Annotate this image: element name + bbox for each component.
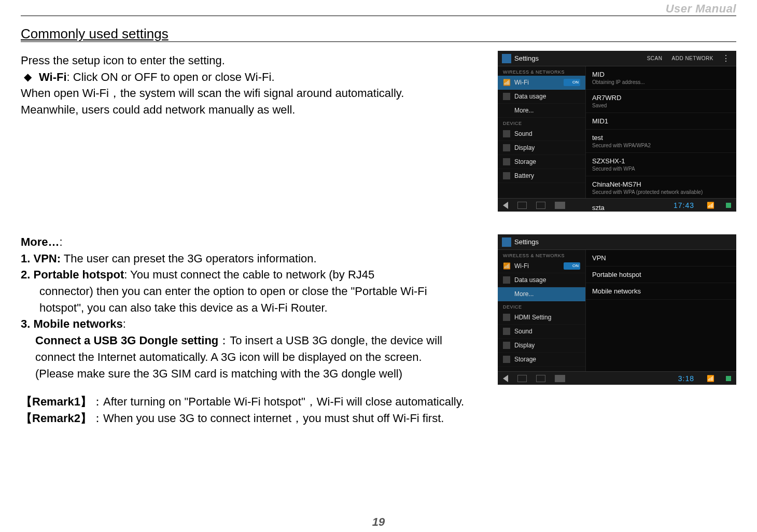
- overflow-icon[interactable]: ⋮: [720, 53, 732, 63]
- recent-icon[interactable]: [536, 202, 545, 209]
- volume-icon[interactable]: [555, 375, 565, 382]
- sidebar-label-battery: Battery: [514, 172, 534, 179]
- sidebar-label-sound: Sound: [514, 328, 532, 335]
- network-row[interactable]: SZXSHX-1Secured with WPA: [586, 153, 736, 176]
- network-row[interactable]: ChinaNet-MS7HSecured with WPA (protected…: [586, 176, 736, 200]
- scan-button[interactable]: SCAN: [644, 55, 666, 61]
- bullet-icon: ◆: [21, 69, 32, 84]
- line-add-network: Meanwhile, users could add network manua…: [21, 102, 446, 118]
- battery-status-icon: [726, 203, 731, 208]
- shot2-navbar: 3:18 📶: [498, 371, 736, 385]
- remark2-label: 【Remark2】: [21, 412, 92, 425]
- home-icon[interactable]: [517, 375, 527, 382]
- shot2-right-panel: VPN Portable hotspot Mobile networks: [586, 250, 736, 371]
- sidebar-item-hdmi[interactable]: HDMI Setting: [498, 311, 585, 325]
- display-icon: [503, 342, 510, 349]
- section-underline: [21, 41, 736, 42]
- wifi-desc: : Click ON or OFF to open or close Wi-Fi…: [67, 71, 275, 83]
- item2-line2: connector) then you can enter the option…: [21, 284, 446, 299]
- sidebar-item-wifi[interactable]: 📶 Wi-Fi ON: [498, 259, 585, 273]
- sidebar-label-storage: Storage: [514, 158, 536, 165]
- screenshot-wifi-settings: Settings SCAN ADD NETWORK ⋮ WIRELESS & N…: [498, 51, 736, 212]
- item3-num: 3.: [21, 317, 33, 330]
- more-option-portable-hotspot[interactable]: Portable hotspot: [586, 267, 736, 283]
- network-row[interactable]: AR7WRDSaved: [586, 90, 736, 113]
- cat-device: DEVICE: [498, 301, 585, 311]
- item3-line3: (Please make sure the 3G SIM card is mat…: [21, 366, 446, 382]
- data-usage-icon: [503, 276, 510, 284]
- shot2-title: Settings: [514, 238, 539, 246]
- more-colon: :: [60, 235, 63, 248]
- remarks: 【Remark1】：After turning on "Portable Wi-…: [21, 394, 591, 427]
- clock: 17:43: [674, 201, 694, 209]
- item2-num: 2.: [21, 268, 33, 281]
- remark1-label: 【Remark1】: [21, 395, 92, 408]
- clock: 3:18: [678, 374, 694, 383]
- sidebar-item-wifi[interactable]: 📶 Wi-Fi ON: [498, 76, 585, 90]
- wifi-icon: 📶: [503, 79, 510, 86]
- sidebar-item-more[interactable]: More...: [498, 104, 585, 118]
- shot1-left-panel: WIRELESS & NETWORKS 📶 Wi-Fi ON Data usag…: [498, 66, 586, 198]
- doc-title: User Manual: [666, 2, 736, 16]
- home-icon[interactable]: [517, 202, 527, 209]
- sidebar-item-sound[interactable]: Sound: [498, 127, 585, 141]
- sound-icon: [503, 130, 510, 137]
- network-row[interactable]: MIDObtaining IP address...: [586, 66, 736, 90]
- item1-desc: The user can preset the 3G operators inf…: [61, 252, 317, 265]
- top-rule: [21, 16, 736, 16]
- sidebar-item-sound[interactable]: Sound: [498, 325, 585, 339]
- paragraph-settings-intro: Press the setup icon to enter the settin…: [21, 53, 446, 119]
- wifi-toggle[interactable]: ON: [564, 262, 580, 270]
- battery-icon: [503, 172, 510, 179]
- shot1-right-panel: MIDObtaining IP address... AR7WRDSaved M…: [586, 66, 736, 198]
- sidebar-item-display[interactable]: Display: [498, 339, 585, 353]
- sidebar-label-sound: Sound: [514, 130, 532, 137]
- sidebar-label-storage: Storage: [514, 356, 536, 363]
- settings-icon: [502, 54, 511, 63]
- item3-title: Mobile networks: [33, 317, 122, 330]
- network-row[interactable]: MID1: [586, 113, 736, 130]
- shot2-left-panel: WIRELESS & NETWORKS 📶 Wi-Fi ON Data usag…: [498, 250, 586, 371]
- page-number: 19: [0, 515, 757, 529]
- sidebar-item-storage[interactable]: Storage: [498, 155, 585, 169]
- more-label: More…: [21, 235, 60, 248]
- sidebar-item-data-usage[interactable]: Data usage: [498, 273, 585, 287]
- section-title: Commonly used settings: [21, 26, 169, 41]
- sidebar-item-display[interactable]: Display: [498, 141, 585, 155]
- sidebar-label-hdmi: HDMI Setting: [514, 314, 551, 321]
- sidebar-label-data-usage: Data usage: [514, 276, 546, 284]
- sidebar-label-wifi: Wi-Fi: [514, 79, 529, 86]
- back-icon[interactable]: [503, 202, 508, 209]
- sidebar-label-more: More...: [514, 107, 534, 114]
- item3-line2: connect the Internet automatically. A 3G…: [21, 349, 446, 365]
- sidebar-item-more[interactable]: More...: [498, 287, 585, 301]
- cat-wireless: WIRELESS & NETWORKS: [498, 66, 585, 76]
- bullet-wifi: ◆ Wi-Fi: Click ON or OFF to open or clos…: [21, 69, 446, 85]
- more-option-vpn[interactable]: VPN: [586, 250, 736, 267]
- add-network-button[interactable]: ADD NETWORK: [669, 55, 717, 61]
- recent-icon[interactable]: [536, 375, 545, 382]
- sidebar-item-data-usage[interactable]: Data usage: [498, 90, 585, 104]
- cat-device: DEVICE: [498, 118, 585, 127]
- item3-colon: :: [123, 317, 126, 330]
- more-option-mobile-networks[interactable]: Mobile networks: [586, 283, 736, 300]
- shot1-title: Settings: [514, 54, 539, 62]
- wifi-toggle[interactable]: ON: [564, 79, 580, 86]
- storage-icon: [503, 158, 510, 165]
- storage-icon: [503, 356, 510, 363]
- item2-line3: hotspot", you can also take this device …: [21, 300, 446, 316]
- volume-icon[interactable]: [555, 202, 565, 209]
- item3-sub-desc: ：To insert a USB 3G dongle, the device w…: [218, 334, 442, 347]
- shot2-titlebar: Settings: [498, 234, 736, 250]
- line-press-setup: Press the setup icon to enter the settin…: [21, 53, 446, 68]
- sidebar-item-storage[interactable]: Storage: [498, 353, 585, 367]
- network-row[interactable]: testSecured with WPA/WPA2: [586, 130, 736, 153]
- back-icon[interactable]: [503, 375, 508, 382]
- item3-sub-title: Connect a USB 3G Dongle setting: [35, 334, 218, 347]
- wifi-icon: 📶: [503, 262, 510, 270]
- sidebar-label-data-usage: Data usage: [514, 93, 546, 100]
- battery-status-icon: [726, 376, 731, 381]
- wifi-label: Wi-Fi: [39, 71, 67, 83]
- sidebar-item-battery[interactable]: Battery: [498, 169, 585, 183]
- sidebar-label-display: Display: [514, 342, 535, 349]
